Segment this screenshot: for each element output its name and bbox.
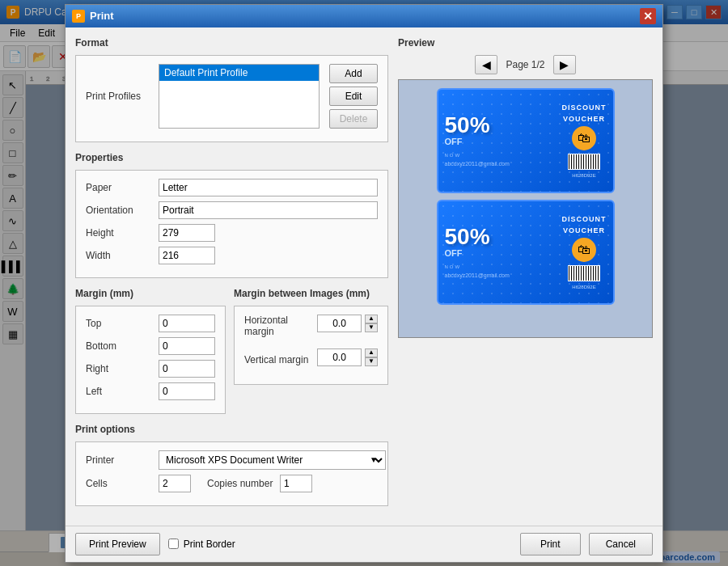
next-page-button[interactable]: ▶ bbox=[553, 55, 576, 74]
coupon-discount-2: 50% bbox=[445, 226, 562, 248]
print-dialog: P Print ✕ Format Print Profiles Default … bbox=[65, 4, 663, 563]
coupon-now-wrap-2: NOW bbox=[445, 264, 562, 269]
format-section-title: Format bbox=[75, 37, 388, 49]
properties-section: Paper Orientation Height Width bbox=[75, 170, 388, 278]
print-border-checkbox[interactable] bbox=[168, 539, 179, 549]
width-label: Width bbox=[86, 250, 159, 261]
profiles-area: Default Print Profile Add Edit Delete bbox=[159, 64, 378, 129]
dialog-right-panel: Preview ◀ Page 1/2 ▶ 50% OFF bbox=[398, 37, 653, 516]
dialog-body: Format Print Profiles Default Print Prof… bbox=[66, 27, 662, 526]
dialog-title-text: Print bbox=[90, 10, 114, 22]
prev-page-button[interactable]: ◀ bbox=[475, 55, 497, 74]
print-border-row: Print Border bbox=[168, 539, 235, 550]
width-row: Width bbox=[86, 247, 378, 264]
dialog-icon: P bbox=[72, 10, 85, 23]
h-margin-row: Horizontal margin ▲ ▼ bbox=[244, 315, 378, 337]
preview-canvas: 50% OFF NOW abcdxyz2011@gmail.com DISCOU… bbox=[398, 79, 653, 338]
preview-navigation: ◀ Page 1/2 ▶ bbox=[398, 55, 653, 74]
coupon-now-wrap-1: NOW bbox=[445, 153, 562, 158]
copies-input[interactable] bbox=[280, 475, 312, 492]
v-margin-up[interactable]: ▲ bbox=[365, 348, 378, 357]
height-row: Height bbox=[86, 224, 378, 242]
coupon-right-2: DISCOUNT VOUCHER 🛍 H628D92E bbox=[562, 215, 607, 289]
profile-buttons: Add Edit Delete bbox=[329, 64, 378, 129]
orientation-input[interactable] bbox=[159, 201, 378, 219]
height-label: Height bbox=[86, 227, 159, 239]
coupon-right-1: DISCOUNT VOUCHER 🛍 H628D92E bbox=[562, 103, 607, 178]
orientation-row: Orientation bbox=[86, 201, 378, 219]
cells-copies-row: Cells Copies number bbox=[86, 475, 378, 492]
margin-left-input[interactable] bbox=[159, 382, 215, 400]
copies-label: Copies number bbox=[207, 478, 280, 489]
v-margin-row: Vertical margin ▲ ▼ bbox=[244, 348, 378, 371]
margin-between-section: Margin between Images (mm) Horizontal ma… bbox=[234, 288, 388, 424]
print-button[interactable]: Print bbox=[520, 533, 581, 555]
paper-input[interactable] bbox=[159, 179, 378, 196]
print-profiles-row: Print Profiles Default Print Profile Add… bbox=[86, 64, 378, 129]
margin-right-row: Right bbox=[86, 360, 215, 378]
profile-default[interactable]: Default Print Profile bbox=[159, 65, 319, 81]
printer-select[interactable]: Microsoft XPS Document Writer bbox=[159, 450, 386, 470]
margin-bottom-input[interactable] bbox=[159, 337, 215, 355]
h-margin-up[interactable]: ▲ bbox=[365, 315, 378, 323]
add-profile-button[interactable]: Add bbox=[329, 64, 378, 83]
print-preview-button[interactable]: Print Preview bbox=[75, 533, 160, 555]
coupon-bag-2: 🛍 bbox=[572, 238, 596, 262]
margins-container: Margin (mm) Top Bottom Right bbox=[75, 288, 388, 424]
h-margin-down[interactable]: ▼ bbox=[365, 323, 378, 332]
print-options-title: Print options bbox=[75, 424, 388, 435]
v-margin-spinner-btns: ▲ ▼ bbox=[365, 348, 378, 366]
coupon-voucher-sub-1: VOUCHER bbox=[563, 115, 605, 123]
coupon-bag-1: 🛍 bbox=[572, 126, 596, 150]
margin-form: Top Bottom Right bbox=[75, 306, 226, 414]
coupon-voucher-title-2: DISCOUNT bbox=[562, 215, 607, 223]
v-margin-input[interactable] bbox=[317, 348, 362, 366]
coupon-left-1: 50% OFF NOW abcdxyz2011@gmail.com bbox=[445, 114, 562, 167]
paper-label: Paper bbox=[86, 182, 159, 193]
margin-between-title: Margin between Images (mm) bbox=[234, 288, 388, 299]
margin-left-row: Left bbox=[86, 382, 215, 400]
cells-input[interactable] bbox=[159, 475, 191, 492]
h-margin-spinner-btns: ▲ ▼ bbox=[365, 315, 378, 332]
preview-title: Preview bbox=[398, 37, 653, 49]
h-margin-spinner: ▲ ▼ bbox=[317, 315, 378, 332]
printer-row: Printer Microsoft XPS Document Writer ▼ bbox=[86, 450, 378, 470]
cells-label: Cells bbox=[86, 478, 159, 489]
coupon-code-1: H628D92E bbox=[572, 173, 595, 178]
margin-section-title: Margin (mm) bbox=[75, 288, 226, 299]
margin-bottom-label: Bottom bbox=[86, 340, 159, 352]
height-input[interactable] bbox=[159, 224, 215, 242]
profiles-listbox[interactable]: Default Print Profile bbox=[159, 64, 320, 129]
properties-section-title: Properties bbox=[75, 152, 388, 163]
dialog-close-button[interactable]: ✕ bbox=[640, 8, 656, 24]
margin-top-row: Top bbox=[86, 315, 215, 332]
print-options-form: Printer Microsoft XPS Document Writer ▼ … bbox=[75, 441, 388, 506]
width-input[interactable] bbox=[159, 247, 215, 264]
margin-between-form: Horizontal margin ▲ ▼ V bbox=[234, 306, 388, 385]
h-margin-input[interactable] bbox=[317, 315, 362, 332]
h-margin-label: Horizontal margin bbox=[244, 315, 317, 337]
dialog-left-panel: Format Print Profiles Default Print Prof… bbox=[75, 37, 388, 516]
coupon-code-2: H628D92E bbox=[572, 285, 595, 289]
coupon-email-1: abcdxyz2011@gmail.com bbox=[445, 161, 562, 167]
coupon-off-2: OFF bbox=[445, 248, 562, 258]
coupon-barcode-1 bbox=[568, 154, 600, 170]
print-border-label: Print Border bbox=[184, 539, 235, 550]
margin-top-input[interactable] bbox=[159, 315, 215, 332]
delete-profile-button[interactable]: Delete bbox=[329, 109, 378, 129]
v-margin-label: Vertical margin bbox=[244, 354, 317, 365]
v-margin-spinner: ▲ ▼ bbox=[317, 348, 378, 366]
margin-section: Margin (mm) Top Bottom Right bbox=[75, 288, 226, 424]
coupon-now-1: NOW bbox=[445, 153, 562, 158]
coupon-card-1: 50% OFF NOW abcdxyz2011@gmail.com DISCOU… bbox=[437, 88, 615, 193]
v-margin-down[interactable]: ▼ bbox=[365, 357, 378, 366]
margin-right-input[interactable] bbox=[159, 360, 215, 378]
margin-top-label: Top bbox=[86, 318, 159, 329]
dialog-footer: Print Preview Print Border Print Cancel bbox=[66, 526, 662, 562]
cancel-button[interactable]: Cancel bbox=[589, 533, 653, 555]
modal-overlay: P Print ✕ Format Print Profiles Default … bbox=[0, 0, 728, 566]
margin-right-label: Right bbox=[86, 363, 159, 374]
edit-profile-button[interactable]: Edit bbox=[329, 87, 378, 106]
coupon-card-2: 50% OFF NOW abcdxyz2011@gmail.com DISCOU… bbox=[437, 200, 615, 305]
margin-bottom-row: Bottom bbox=[86, 337, 215, 355]
